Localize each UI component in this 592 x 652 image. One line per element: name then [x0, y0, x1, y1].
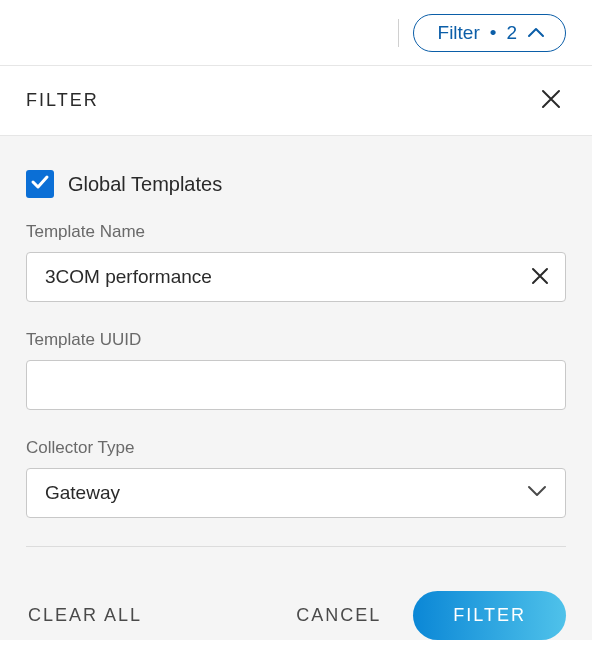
collector-type-select[interactable]: Gateway: [26, 468, 566, 518]
template-name-input-wrap: [26, 252, 566, 302]
clear-all-button[interactable]: CLEAR ALL: [26, 599, 144, 632]
top-separator: [398, 19, 399, 47]
cancel-button[interactable]: CANCEL: [294, 599, 383, 632]
panel-body: Global Templates Template Name Template …: [0, 136, 592, 567]
panel-title: FILTER: [26, 90, 99, 111]
template-name-input[interactable]: [26, 252, 566, 302]
panel-footer: CLEAR ALL CANCEL FILTER: [0, 567, 592, 640]
chevron-down-icon: [527, 484, 547, 502]
template-name-label: Template Name: [26, 222, 566, 242]
close-button[interactable]: [536, 84, 566, 117]
panel-header: FILTER: [0, 65, 592, 136]
filter-pill-count: 2: [506, 22, 517, 44]
template-name-field: Template Name: [26, 222, 566, 302]
collector-type-value: Gateway: [45, 482, 120, 504]
template-uuid-field: Template UUID: [26, 330, 566, 410]
close-icon: [530, 266, 550, 289]
close-icon: [540, 88, 562, 113]
footer-divider: [26, 546, 566, 547]
global-templates-label: Global Templates: [68, 173, 222, 196]
filter-pill-label: Filter: [438, 22, 480, 44]
filter-pill[interactable]: Filter • 2: [413, 14, 566, 52]
template-uuid-input-wrap: [26, 360, 566, 410]
chevron-up-icon: [527, 27, 545, 39]
footer-right-group: CANCEL FILTER: [294, 591, 566, 640]
template-uuid-input[interactable]: [26, 360, 566, 410]
collector-type-field: Collector Type Gateway: [26, 438, 566, 518]
top-bar: Filter • 2: [0, 0, 592, 65]
global-templates-row: Global Templates: [26, 170, 566, 198]
collector-type-label: Collector Type: [26, 438, 566, 458]
checkmark-icon: [30, 172, 50, 196]
filter-pill-dot: •: [490, 22, 497, 44]
filter-button[interactable]: FILTER: [413, 591, 566, 640]
template-uuid-label: Template UUID: [26, 330, 566, 350]
global-templates-checkbox[interactable]: [26, 170, 54, 198]
clear-template-name-button[interactable]: [524, 260, 556, 295]
